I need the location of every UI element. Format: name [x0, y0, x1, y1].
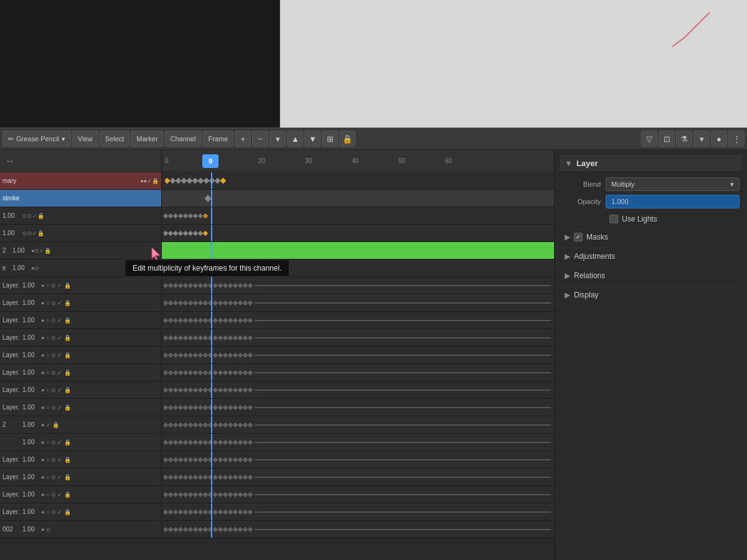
layer-left-r3[interactable]: Layer. 1.00 ● ○ ⊙ ✓ 🔒 — [0, 329, 162, 346]
timeline-section: ↔ 0 9 20 30 40 50 60 mary ●●✓🔒 — [0, 150, 554, 560]
select-filter-icon[interactable]: ▽ — [641, 131, 657, 147]
layer-icons-r13: ● ○ ⊙ ✓ 🔒 — [41, 509, 71, 515]
more-menu[interactable]: ⋮ — [728, 131, 745, 147]
masks-label: Masks — [586, 233, 608, 241]
lock-button[interactable]: 🔒 — [339, 131, 355, 147]
header-frame-numbers: 0 9 20 30 40 50 60 — [162, 150, 554, 172]
opacity-row: Opacity 1.000 — [560, 195, 742, 208]
use-lights-row: Use Lights — [560, 212, 742, 226]
layer-left-green[interactable]: 2 1.00 ●⊙✓🔒 — [0, 242, 162, 259]
layer-icons-r1: ● ○ ⊙ ✓ 🔒 — [41, 300, 71, 306]
channel-menu[interactable]: Channel — [165, 131, 202, 147]
dot-menu[interactable]: ● — [711, 131, 727, 147]
layer-icons-mary: ●●✓🔒 — [140, 178, 159, 184]
layer-left-r6[interactable]: Layer. 1.00 ● ○ ⊙ ✓ 🔒 — [0, 381, 162, 398]
layer-left-r5[interactable]: Layer. 1.00 ● ○ ⊙ ✓ 🔒 — [0, 364, 162, 381]
layer-name-r14: 002 — [2, 526, 21, 533]
layer-name-mary: mary — [2, 177, 139, 184]
layer-left-r9[interactable]: 1.00 ● ○ ⊙ ✓ 🔒 — [0, 434, 162, 450]
layer-name-r7: Layer. — [2, 404, 21, 411]
masks-triangle: ▶ — [565, 233, 570, 241]
menu-down-button[interactable]: ▾ — [270, 131, 286, 147]
select-menu[interactable]: Select — [100, 131, 130, 147]
layer-val-r10: 1.00 — [22, 456, 40, 463]
layer-row-1: Layer. 1.00 ● ○ ⊙ ✓ 🔒 — [0, 294, 554, 312]
adjustments-section: ▶ Adjustments — [560, 248, 742, 264]
relations-header[interactable]: ▶ Relations — [560, 268, 742, 284]
layer-val-r2: 1.00 — [22, 317, 40, 324]
adjustments-header[interactable]: ▶ Adjustments — [560, 248, 742, 264]
display-header[interactable]: ▶ Display — [560, 287, 742, 303]
layer-right-r11 — [162, 469, 554, 485]
layer-row-7: Layer. 1.00 ● ○ ⊙ ✓ 🔒 — [0, 399, 554, 416]
mode-selector[interactable]: ✏ Grease Pencil ▾ — [2, 131, 71, 147]
layer-val-r3: 1.00 — [22, 334, 40, 341]
filter-icon[interactable]: ⚗ — [676, 131, 692, 147]
layer-right-r3 — [162, 329, 554, 346]
layer-icons-r7: ● ○ ⊙ ✓ 🔒 — [41, 404, 71, 411]
layer-row-4: Layer. 1.00 ● ○ ⊙ ✓ 🔒 — [0, 347, 554, 364]
layer-row-0: Layer. 1.00 ● ○ ⊙ ✓ 🔒 — [0, 277, 554, 294]
masks-checkbox[interactable]: ✓ — [574, 233, 583, 241]
blend-value[interactable]: Multiply ▾ — [606, 177, 740, 191]
use-lights-checkbox[interactable] — [609, 215, 618, 223]
view-menu[interactable]: View — [72, 131, 98, 147]
mode-label: Grease Pencil — [16, 135, 59, 142]
swap-icon[interactable]: ↔ — [5, 156, 15, 167]
layer-title: Layer — [576, 159, 598, 168]
opacity-value[interactable]: 1.000 — [606, 195, 740, 208]
layer-val-r9: 1.00 — [22, 439, 40, 446]
layer-left-mary[interactable]: mary ●●✓🔒 — [0, 172, 162, 189]
filter-dropdown[interactable]: ▾ — [693, 131, 710, 147]
layer-right-r13 — [162, 503, 554, 520]
layer-left-r4[interactable]: Layer. 1.00 ● ○ ⊙ ✓ 🔒 — [0, 347, 162, 363]
layer-val-2: 1.00 — [2, 230, 21, 236]
screen-button[interactable]: ⊞ — [322, 131, 338, 147]
layer-icons-r3: ● ○ ⊙ ✓ 🔒 — [41, 335, 71, 341]
layer-left-r13[interactable]: Layer. 1.00 ● ○ ⊙ ✓ 🔒 — [0, 503, 162, 520]
layer-left-r14[interactable]: 002 1.00 ● ⊙ — [0, 521, 162, 538]
layer-left-r10[interactable]: Layer. 1.00 ● ○ ⊙ ✓ 🔒 — [0, 451, 162, 468]
add-button[interactable]: + — [235, 131, 251, 147]
playhead-marker[interactable]: 9 — [202, 154, 218, 168]
layer-val-1: 1.00 — [2, 212, 21, 219]
mode-dropdown-arrow: ▾ — [62, 135, 65, 143]
layer-val-r4: 1.00 — [22, 352, 40, 358]
layer-rows-container[interactable]: mary ●●✓🔒 — [0, 172, 554, 560]
layer-icons-r4: ● ○ ⊙ ✓ 🔒 — [41, 352, 71, 358]
down-button[interactable]: ▼ — [304, 131, 321, 147]
layer-left-1[interactable]: 1.00 ⊙⊙✓🔒 — [0, 207, 162, 224]
layer-left-r12[interactable]: Layer. 1.00 ● ○ ⊙ ✓ 🔒 — [0, 486, 162, 503]
layer-row-mary: mary ●●✓🔒 — [0, 172, 554, 190]
marker-menu[interactable]: Marker — [131, 131, 163, 147]
layer-val-r13: 1.00 — [22, 508, 40, 515]
layer-left-r11[interactable]: Layer. 1.00 ● ○ ⊙ ✓ 🔒 — [0, 469, 162, 485]
layer-val-r14: 1.00 — [22, 526, 40, 533]
frame-header-row: ↔ 0 9 20 30 40 50 60 — [0, 150, 554, 172]
viewport-left — [0, 0, 280, 128]
layer-row-6: Layer. 1.00 ● ○ ⊙ ✓ 🔒 — [0, 381, 554, 399]
layer-icons-r6: ● ○ ⊙ ✓ 🔒 — [41, 387, 71, 393]
layer-val-green: 1.00 — [12, 247, 30, 254]
layer-left-r8[interactable]: 2 1.00 ● ✓ 🔒 — [0, 416, 162, 433]
viewport-area — [0, 0, 747, 128]
header-left: ↔ — [0, 150, 162, 172]
layer-left-2[interactable]: 1.00 ⊙⊙✓🔒 — [0, 225, 162, 241]
sketch-drawing — [654, 6, 728, 56]
up-button[interactable]: ▲ — [287, 131, 303, 147]
playhead-marker-container: 9 — [210, 154, 218, 168]
frame-overlay-icon[interactable]: ⊡ — [659, 131, 675, 147]
frame-menu[interactable]: Frame — [203, 131, 234, 147]
layer-left-r7[interactable]: Layer. 1.00 ● ○ ⊙ ✓ 🔒 — [0, 399, 162, 416]
remove-button[interactable]: − — [252, 131, 268, 147]
masks-header[interactable]: ▶ ✓ Masks — [560, 229, 742, 245]
layer-left-r2[interactable]: Layer. 1.00 ● ○ ⊙ ✓ 🔒 — [0, 312, 162, 329]
layer-row-3: Layer. 1.00 ● ○ ⊙ ✓ 🔒 — [0, 329, 554, 347]
layer-right-r9 — [162, 434, 554, 450]
layer-val-r7: 1.00 — [22, 404, 40, 411]
layer-val-r11: 1.00 — [22, 474, 40, 480]
layer-left-stroke[interactable]: stroke — [0, 190, 162, 207]
layer-row-5: Layer. 1.00 ● ○ ⊙ ✓ 🔒 — [0, 364, 554, 381]
layer-left-r0[interactable]: Layer. 1.00 ● ○ ⊙ ✓ 🔒 — [0, 277, 162, 294]
layer-left-r1[interactable]: Layer. 1.00 ● ○ ⊙ ✓ 🔒 — [0, 294, 162, 311]
